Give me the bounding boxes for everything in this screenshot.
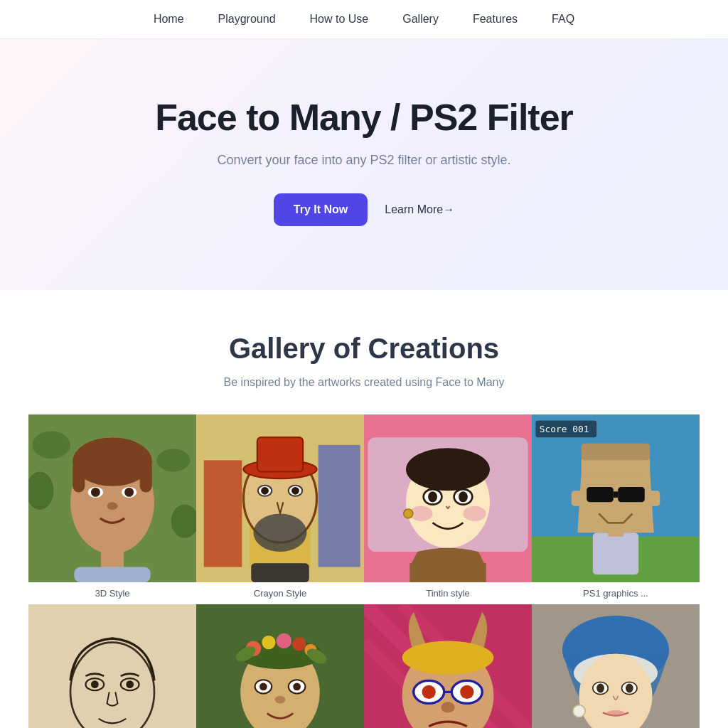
svg-point-37 — [428, 491, 437, 502]
svg-rect-54 — [572, 491, 582, 505]
gallery-item-comic[interactable]: Comic Style — [364, 604, 532, 728]
svg-point-100 — [626, 684, 633, 693]
svg-point-91 — [441, 702, 454, 712]
svg-point-98 — [596, 684, 604, 693]
gallery-img-nature — [196, 604, 364, 728]
try-it-now-button[interactable]: Try It Now — [274, 193, 368, 226]
gallery-img-comic — [364, 604, 532, 728]
svg-rect-53 — [614, 491, 618, 498]
svg-point-35 — [463, 506, 486, 521]
svg-point-66 — [262, 636, 275, 649]
gallery-item-crayon[interactable]: Crayon Style — [196, 414, 364, 604]
svg-point-10 — [107, 502, 117, 510]
svg-rect-18 — [204, 460, 242, 567]
svg-rect-51 — [587, 487, 614, 502]
gallery-item-3d[interactable]: 3D Style — [28, 414, 196, 604]
gallery-item-sketch[interactable]: Sketch Style — [28, 604, 196, 728]
gallery-grid: 3D Style — [28, 414, 700, 728]
gallery-item-vermeer[interactable]: Vermeer Style — [532, 604, 700, 728]
svg-rect-5 — [140, 462, 152, 493]
gallery-img-tintin — [364, 414, 532, 582]
svg-point-40 — [404, 509, 413, 518]
svg-rect-55 — [649, 491, 660, 505]
gallery-item-nature[interactable]: Nature Style — [196, 604, 364, 728]
svg-point-24 — [253, 513, 306, 552]
svg-point-9 — [124, 488, 134, 497]
svg-rect-46 — [593, 532, 638, 574]
svg-point-86 — [422, 685, 436, 699]
svg-rect-4 — [73, 462, 85, 493]
svg-text:Score 001: Score 001 — [540, 424, 589, 434]
svg-point-87 — [460, 685, 473, 699]
hero-subtitle: Convert your face into any PS2 filter or… — [28, 153, 700, 168]
gallery-img-ps1: Score 001 — [532, 414, 700, 582]
gallery-section: Gallery of Creations Be inspired by the … — [0, 290, 728, 728]
svg-point-73 — [259, 682, 267, 690]
gallery-img-3d — [28, 414, 196, 582]
hero-title: Face to Many / PS2 Filter — [28, 96, 700, 139]
svg-point-59 — [91, 680, 99, 688]
gallery-item-ps1[interactable]: Score 001 — [532, 414, 700, 604]
svg-rect-29 — [251, 563, 309, 582]
gallery-img-vermeer — [532, 604, 700, 728]
gallery-label-3d: 3D Style — [92, 582, 132, 604]
svg-point-39 — [459, 491, 468, 502]
gallery-subtitle: Be inspired by the artworks created usin… — [28, 376, 700, 389]
nav-playground[interactable]: Playground — [218, 13, 276, 26]
nav-faq[interactable]: FAQ — [552, 13, 574, 26]
svg-rect-23 — [257, 437, 303, 471]
svg-point-83 — [402, 641, 494, 674]
svg-rect-19 — [318, 445, 360, 567]
svg-point-61 — [126, 680, 134, 688]
svg-rect-12 — [74, 567, 150, 582]
main-nav: Home Playground How to Use Gallery Featu… — [0, 0, 728, 39]
svg-point-7 — [91, 488, 100, 497]
hero-buttons: Try It Now Learn More→ — [28, 193, 700, 226]
svg-rect-41 — [410, 563, 486, 582]
gallery-label-crayon: Crayon Style — [251, 582, 309, 604]
svg-point-75 — [293, 682, 301, 690]
gallery-label-ps1: PS1 graphics ... — [580, 582, 651, 604]
svg-point-26 — [261, 487, 269, 495]
svg-point-28 — [291, 487, 299, 495]
nav-home[interactable]: Home — [154, 13, 184, 26]
gallery-img-sketch — [28, 604, 196, 728]
svg-point-13 — [32, 432, 70, 459]
svg-point-76 — [274, 696, 285, 704]
svg-point-33 — [406, 448, 490, 491]
svg-point-101 — [606, 710, 625, 717]
nav-how-to-use[interactable]: How to Use — [310, 13, 369, 26]
learn-more-button[interactable]: Learn More→ — [385, 203, 454, 216]
svg-point-102 — [573, 705, 585, 717]
svg-rect-52 — [618, 487, 645, 502]
gallery-label-tintin: Tintin style — [423, 582, 473, 604]
svg-point-67 — [277, 633, 291, 648]
hero-section: Face to Many / PS2 Filter Convert your f… — [0, 39, 728, 290]
gallery-img-crayon — [196, 414, 364, 582]
svg-point-68 — [292, 637, 306, 651]
nav-gallery[interactable]: Gallery — [402, 13, 439, 26]
gallery-title: Gallery of Creations — [28, 333, 700, 365]
gallery-item-tintin[interactable]: Tintin style — [364, 414, 532, 604]
svg-point-14 — [156, 449, 190, 471]
svg-rect-50 — [582, 444, 651, 461]
nav-features[interactable]: Features — [473, 13, 518, 26]
svg-rect-56 — [28, 604, 196, 728]
